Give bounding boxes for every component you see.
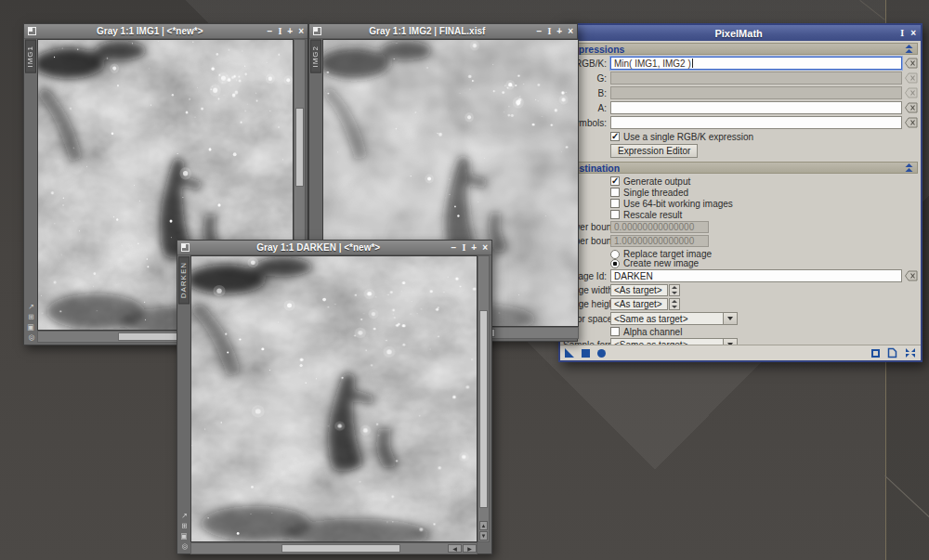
pixinsight-workspace: Gray 1:1 IMG1 | <*new*> − I + × IMG1 ◎ ▣… [0, 0, 929, 560]
rgbk-expression-input[interactable]: Min( IMG1, IMG2 ) [610, 57, 902, 70]
zoom-icon[interactable]: + [471, 243, 477, 253]
shade-icon[interactable]: I [547, 27, 551, 36]
checkbox-label: Rescale result [623, 210, 682, 220]
dialog-title: PixelMath [577, 28, 900, 39]
scroll-down-icon[interactable]: ▼ [479, 531, 488, 540]
view-mode-icon[interactable]: ◎ [26, 334, 34, 341]
scroll-right-icon[interactable]: ▶ [463, 544, 477, 553]
lower-bound-input: 0.00000000000000 [610, 221, 709, 233]
minimize-icon[interactable]: − [451, 243, 457, 253]
view-tab-darken[interactable]: DARKEN [178, 256, 190, 304]
workspace-decor-diagonal [884, 475, 929, 518]
rescale-result-checkbox[interactable] [610, 210, 620, 219]
expression-editor-button[interactable]: Expression Editor [610, 144, 698, 158]
clear-field-icon[interactable] [905, 58, 918, 69]
collapse-icon[interactable] [904, 163, 914, 173]
image-width-stepper[interactable] [669, 284, 680, 296]
close-icon[interactable]: × [482, 243, 488, 253]
scroll-left-icon[interactable]: ◀ [448, 544, 462, 553]
view-mode-icon[interactable]: ◎ [179, 543, 188, 550]
dialog-body: Expressions RGB/K: Min( IMG1, IMG2 ) G: … [560, 41, 921, 345]
horizontal-scrollbar[interactable]: ◀ ▶ [190, 542, 478, 554]
single-threaded-checkbox[interactable] [610, 188, 620, 197]
horizontal-scrollbar-thumb[interactable] [281, 544, 400, 553]
pan-icon[interactable]: ↘ [26, 304, 34, 310]
browse-documentation-icon[interactable] [871, 349, 880, 358]
shade-icon[interactable]: I [900, 29, 904, 38]
image-height-stepper[interactable] [669, 298, 680, 310]
clear-field-icon [905, 87, 918, 98]
pixelmath-titlebar[interactable]: PixelMath I × [560, 25, 921, 41]
collapse-icon[interactable] [904, 44, 914, 54]
zoom-fit-icon[interactable]: ⊞ [26, 314, 34, 320]
image-canvas-darken[interactable] [190, 255, 478, 542]
process-control-bar [560, 345, 921, 360]
section-destination[interactable]: Destination [563, 162, 918, 174]
view-tab-img2[interactable]: IMG2 [310, 40, 321, 73]
zoom-icon[interactable]: + [287, 27, 293, 36]
sample-format-select[interactable]: <Same as target> [610, 338, 724, 345]
vertical-scrollbar-thumb[interactable] [479, 310, 488, 508]
horizontal-scrollbar-thumb[interactable] [118, 332, 177, 341]
pan-icon[interactable]: ↘ [179, 513, 188, 519]
edit-instance-icon[interactable] [887, 347, 897, 358]
apply-global-icon[interactable] [582, 349, 590, 358]
image-id-input[interactable]: DARKEN [610, 269, 902, 282]
window-icon[interactable] [313, 27, 321, 35]
scroll-up-icon[interactable]: ▲ [479, 521, 488, 530]
section-title: Expressions [567, 44, 904, 55]
vertical-scrollbar-thumb[interactable] [295, 108, 304, 187]
upper-bound-input: 1.00000000000000 [610, 235, 709, 247]
workspace-decor-diagonal [859, 0, 884, 20]
minimize-icon[interactable]: − [537, 27, 543, 36]
realtime-preview-icon[interactable] [597, 349, 606, 358]
screen-transfer-icon[interactable]: ▣ [27, 324, 35, 332]
titlebar-img2[interactable]: Gray 1:1 IMG2 | FINAL.xisf − I + × [309, 24, 577, 39]
clear-field-icon [905, 72, 918, 84]
generate-output-checkbox[interactable] [610, 176, 620, 186]
reset-icon[interactable] [905, 347, 916, 358]
image-width-input[interactable]: <As target> [610, 284, 668, 296]
checkbox-label: Alpha channel [623, 327, 682, 337]
close-icon[interactable]: × [568, 27, 573, 36]
shade-icon[interactable]: I [278, 27, 281, 36]
window-title: Gray 1:1 IMG2 | FINAL.xisf [321, 26, 533, 36]
checkbox-label: Generate output [623, 176, 690, 187]
titlebar-darken[interactable]: Gray 1:1 DARKEN | <*new*> − I + × [177, 241, 491, 255]
close-icon[interactable]: × [910, 29, 916, 38]
shade-icon[interactable]: I [462, 243, 465, 253]
a-expression-input[interactable] [610, 101, 902, 114]
use-64bit-checkbox[interactable] [610, 199, 620, 208]
g-expression-input [610, 72, 902, 85]
close-icon[interactable]: × [298, 27, 304, 36]
window-side-panel: IMG1 ◎ ▣ ⊞ ↘ [24, 39, 37, 345]
clear-field-icon[interactable] [905, 102, 918, 113]
clear-field-icon[interactable] [905, 117, 918, 128]
create-new-image-radio[interactable] [610, 259, 620, 268]
new-instance-icon[interactable] [565, 348, 574, 358]
window-title: Gray 1:1 IMG1 | <*new*> [36, 26, 264, 36]
section-expressions[interactable]: Expressions [563, 43, 918, 55]
single-rgbk-checkbox[interactable] [610, 132, 620, 141]
image-height-input[interactable]: <As target> [610, 298, 668, 310]
window-icon[interactable] [28, 27, 36, 35]
alpha-channel-checkbox[interactable] [610, 327, 620, 336]
vertical-scrollbar[interactable]: ▲ ▼ [478, 255, 490, 542]
symbols-input[interactable] [610, 116, 902, 129]
window-title: Gray 1:1 DARKEN | <*new*> [190, 242, 448, 253]
screen-transfer-icon[interactable]: ▣ [180, 533, 189, 540]
window-icon[interactable] [181, 243, 190, 252]
view-tab-img1[interactable]: IMG1 [25, 40, 36, 73]
color-space-select[interactable]: <Same as target> [610, 312, 724, 325]
titlebar-img1[interactable]: Gray 1:1 IMG1 | <*new*> − I + × [24, 24, 307, 39]
minimize-icon[interactable]: − [268, 27, 273, 36]
zoom-fit-icon[interactable]: ⊞ [179, 523, 188, 529]
zoom-icon[interactable]: + [556, 27, 562, 36]
pixelmath-dialog: PixelMath I × Expressions RGB/K: Min( IM… [558, 23, 922, 362]
clear-field-icon[interactable] [905, 270, 918, 281]
color-space-dropdown-icon[interactable] [724, 312, 738, 325]
replace-target-radio[interactable] [610, 250, 620, 259]
image-window-darken: Gray 1:1 DARKEN | <*new*> − I + × DARKEN… [177, 240, 492, 554]
sample-format-dropdown-icon[interactable] [724, 338, 738, 345]
radio-label: Create new image [623, 258, 699, 268]
